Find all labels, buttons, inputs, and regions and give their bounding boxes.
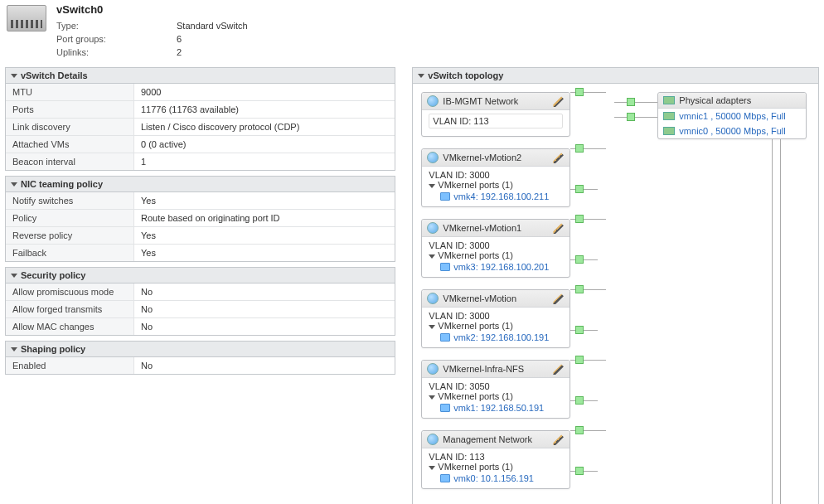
panel-header-topology[interactable]: vSwitch topology xyxy=(413,68,818,84)
pencil-icon[interactable] xyxy=(553,152,565,163)
panel-title: Shaping policy xyxy=(21,344,85,354)
table-row: EnabledNo xyxy=(6,357,395,374)
pencil-icon[interactable] xyxy=(553,363,565,375)
panel-title: Security policy xyxy=(21,270,85,280)
kv-value: No xyxy=(134,284,395,300)
vmk-icon xyxy=(440,404,450,412)
portgroup-icon xyxy=(427,293,439,304)
nic-link[interactable]: vmnic1 , 50000 Mbps, Full xyxy=(658,109,806,124)
portgroup-icon xyxy=(427,363,439,375)
portgroup-box[interactable]: Management NetworkVLAN ID: 113VMkernel p… xyxy=(421,430,570,489)
portgroup-box[interactable]: IB-MGMT NetworkVLAN ID: 113 xyxy=(421,92,570,137)
chevron-down-icon xyxy=(11,274,17,278)
kv-value: 0 (0 active) xyxy=(134,136,395,153)
vmk-icon xyxy=(440,333,450,342)
portgroup-column: IB-MGMT NetworkVLAN ID: 113VMkernel-vMot… xyxy=(421,92,570,501)
vmkernel-ports-label[interactable]: VMkernel ports (1) xyxy=(429,462,563,472)
vmkernel-link[interactable]: vmk2: 192.168.100.191 xyxy=(440,332,563,342)
vmkernel-ports-label[interactable]: VMkernel ports (1) xyxy=(429,250,563,260)
kv-value: Yes xyxy=(134,192,395,209)
connectors xyxy=(570,84,657,504)
chevron-down-icon xyxy=(418,74,424,78)
pencil-icon[interactable] xyxy=(553,434,565,445)
adapters-column: Physical adapters vmnic1 , 50000 Mbps, F… xyxy=(657,92,807,139)
header-rows: Type:Standard vSwitchPort groups:6Uplink… xyxy=(56,19,817,59)
kv-key: Policy xyxy=(6,210,134,226)
panel-header-shaping[interactable]: Shaping policy xyxy=(6,342,395,357)
panel-title: vSwitch topology xyxy=(428,70,503,80)
panel-title: NIC teaming policy xyxy=(21,179,103,189)
portgroup-box[interactable]: VMkernel-vMotionVLAN ID: 3000VMkernel po… xyxy=(421,289,570,348)
kv-key: Attached VMs xyxy=(6,136,134,153)
adapters-header: Physical adapters xyxy=(658,93,806,109)
panel-header-security[interactable]: Security policy xyxy=(6,268,395,284)
vmk-icon xyxy=(440,474,450,482)
portgroup-body: VLAN ID: 113 xyxy=(422,110,570,136)
vmkernel-link[interactable]: vmk0: 10.1.156.191 xyxy=(440,473,563,483)
panel-topology: vSwitch topology IB-MGMT NetworkVLAN ID:… xyxy=(412,67,819,504)
portgroup-body: VLAN ID: 3000VMkernel ports (1)vmk4: 192… xyxy=(422,167,570,206)
kv-key: MTU xyxy=(6,84,134,100)
kv-value: No xyxy=(134,318,395,335)
portgroup-box[interactable]: VMkernel-vMotion2VLAN ID: 3000VMkernel p… xyxy=(421,148,570,207)
table-row: Attached VMs0 (0 active) xyxy=(6,136,395,153)
portgroup-icon xyxy=(427,434,439,445)
table-row: Reverse policyYes xyxy=(6,227,395,245)
chevron-down-icon xyxy=(429,466,435,470)
portgroup-name: Management Network xyxy=(443,434,553,444)
portgroup-header: VMkernel-vMotion xyxy=(422,290,570,308)
panel-header-details[interactable]: vSwitch Details xyxy=(6,68,395,84)
portgroup-name: VMkernel-vMotion xyxy=(443,293,553,303)
chevron-down-icon xyxy=(429,184,435,188)
panel-title: vSwitch Details xyxy=(21,70,88,80)
header-value: Standard vSwitch xyxy=(177,19,248,32)
kv-value: Yes xyxy=(134,227,395,244)
topology-body: IB-MGMT NetworkVLAN ID: 113VMkernel-vMot… xyxy=(413,84,818,504)
pencil-icon[interactable] xyxy=(553,222,565,234)
portgroup-name: VMkernel-Infra-NFS xyxy=(443,364,553,374)
kv-key: Allow forged transmits xyxy=(6,301,134,317)
vmk-icon xyxy=(440,263,450,271)
portgroup-header: VMkernel-Infra-NFS xyxy=(422,361,570,378)
chevron-down-icon xyxy=(11,74,17,78)
header-label: Port groups: xyxy=(56,32,177,46)
pencil-icon[interactable] xyxy=(553,293,565,304)
vswitch-icon xyxy=(7,5,46,32)
portgroup-box[interactable]: VMkernel-vMotion1VLAN ID: 3000VMkernel p… xyxy=(421,219,570,278)
vmkernel-ports-label[interactable]: VMkernel ports (1) xyxy=(429,321,563,331)
link-status-icon xyxy=(575,144,584,153)
link-status-icon xyxy=(575,215,584,223)
panel-teaming: NIC teaming policy Notify switchesYesPol… xyxy=(5,176,395,262)
panel-security: Security policy Allow promiscuous modeNo… xyxy=(5,267,395,336)
pencil-icon[interactable] xyxy=(553,95,565,107)
kv-value: Listen / Cisco discovery protocol (CDP) xyxy=(134,119,395,135)
adapters-title: Physical adapters xyxy=(679,95,751,105)
vmkernel-link[interactable]: vmk4: 192.168.100.211 xyxy=(440,191,563,201)
vmkernel-ports-label[interactable]: VMkernel ports (1) xyxy=(429,391,563,401)
page-title: vSwitch0 xyxy=(56,3,817,16)
link-status-icon xyxy=(575,185,584,193)
kv-key: Allow MAC changes xyxy=(6,318,134,335)
panel-header-teaming[interactable]: NIC teaming policy xyxy=(6,177,395,192)
vmkernel-link[interactable]: vmk1: 192.168.50.191 xyxy=(440,403,563,413)
link-status-icon xyxy=(575,396,584,405)
kv-value: No xyxy=(134,357,395,374)
vmkernel-link[interactable]: vmk3: 192.168.100.201 xyxy=(440,262,563,272)
portgroup-header: VMkernel-vMotion2 xyxy=(422,149,570,167)
chevron-down-icon xyxy=(11,347,17,351)
vlan-label: VLAN ID: 3000 xyxy=(429,311,563,321)
portgroup-box[interactable]: VMkernel-Infra-NFSVLAN ID: 3050VMkernel … xyxy=(421,360,570,419)
table-row: FailbackYes xyxy=(6,245,395,261)
nic-link[interactable]: vmnic0 , 50000 Mbps, Full xyxy=(658,124,806,138)
link-status-icon xyxy=(575,326,584,334)
portgroup-name: VMkernel-vMotion1 xyxy=(443,223,553,233)
portgroup-header: VMkernel-vMotion1 xyxy=(422,220,570,237)
header-value: 2 xyxy=(177,46,182,59)
vlan-label: VLAN ID: 113 xyxy=(429,452,563,462)
kv-key: Allow promiscuous mode xyxy=(6,284,134,300)
link-status-icon xyxy=(575,356,584,364)
kv-body: EnabledNo xyxy=(6,357,395,374)
vmkernel-ports-label[interactable]: VMkernel ports (1) xyxy=(429,180,563,190)
table-row: Allow forged transmitsNo xyxy=(6,301,395,318)
kv-key: Enabled xyxy=(6,357,134,374)
